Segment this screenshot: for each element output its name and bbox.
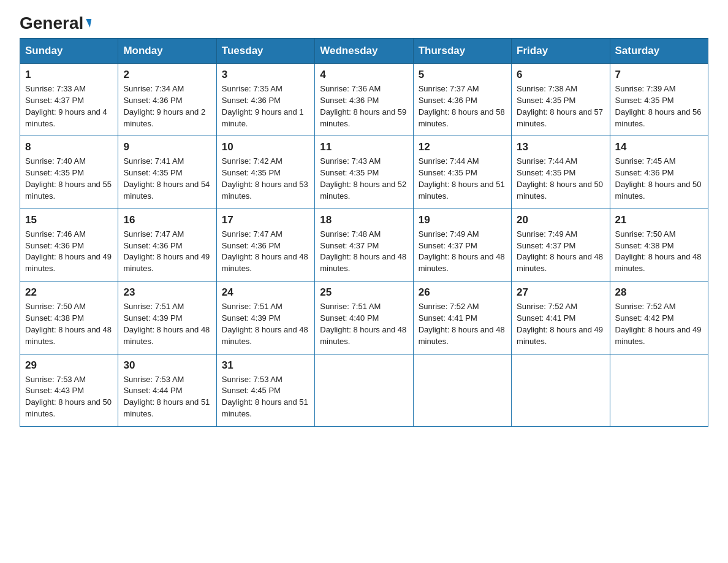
day-number: 30 bbox=[123, 359, 211, 372]
cell-info: Sunrise: 7:47 AMSunset: 4:36 PMDaylight:… bbox=[222, 229, 308, 274]
calendar-cell: 29 Sunrise: 7:53 AMSunset: 4:43 PMDaylig… bbox=[20, 354, 118, 426]
day-number: 6 bbox=[517, 69, 604, 81]
cell-info: Sunrise: 7:37 AMSunset: 4:36 PMDaylight:… bbox=[419, 84, 505, 128]
col-header-thursday: Thursday bbox=[413, 39, 511, 64]
calendar-cell: 6 Sunrise: 7:38 AMSunset: 4:35 PMDayligh… bbox=[512, 64, 610, 136]
cell-info: Sunrise: 7:34 AMSunset: 4:36 PMDaylight:… bbox=[123, 84, 205, 128]
day-number: 26 bbox=[419, 286, 506, 299]
calendar-cell: 23 Sunrise: 7:51 AMSunset: 4:39 PMDaylig… bbox=[118, 282, 216, 354]
cell-info: Sunrise: 7:40 AMSunset: 4:35 PMDaylight:… bbox=[25, 156, 112, 201]
calendar-cell: 12 Sunrise: 7:44 AMSunset: 4:35 PMDaylig… bbox=[413, 136, 511, 209]
calendar-cell: 20 Sunrise: 7:49 AMSunset: 4:37 PMDaylig… bbox=[512, 209, 610, 281]
day-number: 5 bbox=[419, 69, 506, 81]
calendar-cell bbox=[512, 354, 610, 426]
day-number: 20 bbox=[517, 214, 604, 226]
day-number: 2 bbox=[123, 69, 211, 81]
day-number: 31 bbox=[222, 359, 309, 372]
day-number: 12 bbox=[419, 141, 506, 153]
cell-info: Sunrise: 7:51 AMSunset: 4:39 PMDaylight:… bbox=[123, 302, 210, 346]
calendar-cell: 5 Sunrise: 7:37 AMSunset: 4:36 PMDayligh… bbox=[413, 64, 511, 136]
col-header-tuesday: Tuesday bbox=[216, 39, 314, 64]
calendar-cell: 13 Sunrise: 7:44 AMSunset: 4:35 PMDaylig… bbox=[512, 136, 610, 209]
calendar-cell: 21 Sunrise: 7:50 AMSunset: 4:38 PMDaylig… bbox=[610, 209, 708, 281]
cell-info: Sunrise: 7:33 AMSunset: 4:37 PMDaylight:… bbox=[25, 84, 107, 128]
calendar-cell: 26 Sunrise: 7:52 AMSunset: 4:41 PMDaylig… bbox=[413, 282, 511, 354]
calendar-header-row: SundayMondayTuesdayWednesdayThursdayFrid… bbox=[20, 39, 708, 64]
day-number: 25 bbox=[320, 286, 408, 299]
day-number: 9 bbox=[123, 141, 211, 153]
calendar-cell: 2 Sunrise: 7:34 AMSunset: 4:36 PMDayligh… bbox=[118, 64, 216, 136]
day-number: 19 bbox=[419, 214, 506, 226]
calendar-cell bbox=[315, 354, 413, 426]
calendar-week-row: 15 Sunrise: 7:46 AMSunset: 4:36 PMDaylig… bbox=[20, 209, 708, 281]
calendar-cell: 4 Sunrise: 7:36 AMSunset: 4:36 PMDayligh… bbox=[315, 64, 413, 136]
calendar-week-row: 1 Sunrise: 7:33 AMSunset: 4:37 PMDayligh… bbox=[20, 64, 708, 136]
calendar-cell: 27 Sunrise: 7:52 AMSunset: 4:41 PMDaylig… bbox=[512, 282, 610, 354]
cell-info: Sunrise: 7:35 AMSunset: 4:36 PMDaylight:… bbox=[222, 84, 304, 128]
day-number: 21 bbox=[615, 214, 703, 226]
calendar-table: SundayMondayTuesdayWednesdayThursdayFrid… bbox=[20, 38, 708, 427]
calendar-cell: 19 Sunrise: 7:49 AMSunset: 4:37 PMDaylig… bbox=[413, 209, 511, 281]
day-number: 28 bbox=[615, 286, 703, 299]
calendar-wrapper: SundayMondayTuesdayWednesdayThursdayFrid… bbox=[0, 38, 728, 446]
cell-info: Sunrise: 7:50 AMSunset: 4:38 PMDaylight:… bbox=[615, 229, 702, 274]
cell-info: Sunrise: 7:39 AMSunset: 4:35 PMDaylight:… bbox=[615, 84, 702, 128]
calendar-cell: 22 Sunrise: 7:50 AMSunset: 4:38 PMDaylig… bbox=[20, 282, 118, 354]
calendar-cell: 30 Sunrise: 7:53 AMSunset: 4:44 PMDaylig… bbox=[118, 354, 216, 426]
day-number: 7 bbox=[615, 69, 703, 81]
day-number: 4 bbox=[320, 69, 408, 81]
cell-info: Sunrise: 7:52 AMSunset: 4:41 PMDaylight:… bbox=[419, 302, 505, 346]
calendar-cell: 14 Sunrise: 7:45 AMSunset: 4:36 PMDaylig… bbox=[610, 136, 708, 209]
cell-info: Sunrise: 7:47 AMSunset: 4:36 PMDaylight:… bbox=[123, 229, 210, 274]
day-number: 8 bbox=[25, 141, 113, 153]
calendar-cell: 25 Sunrise: 7:51 AMSunset: 4:40 PMDaylig… bbox=[315, 282, 413, 354]
calendar-cell: 15 Sunrise: 7:46 AMSunset: 4:36 PMDaylig… bbox=[20, 209, 118, 281]
cell-info: Sunrise: 7:49 AMSunset: 4:37 PMDaylight:… bbox=[517, 229, 603, 274]
calendar-cell: 28 Sunrise: 7:52 AMSunset: 4:42 PMDaylig… bbox=[610, 282, 708, 354]
page-header: General bbox=[0, 0, 728, 38]
day-number: 18 bbox=[320, 214, 408, 226]
day-number: 27 bbox=[517, 286, 604, 299]
calendar-cell: 31 Sunrise: 7:53 AMSunset: 4:45 PMDaylig… bbox=[216, 354, 314, 426]
day-number: 13 bbox=[517, 141, 604, 153]
calendar-cell bbox=[610, 354, 708, 426]
logo-general: General bbox=[20, 15, 91, 32]
cell-info: Sunrise: 7:51 AMSunset: 4:39 PMDaylight:… bbox=[222, 302, 308, 346]
col-header-sunday: Sunday bbox=[20, 39, 118, 64]
cell-info: Sunrise: 7:50 AMSunset: 4:38 PMDaylight:… bbox=[25, 302, 112, 346]
cell-info: Sunrise: 7:53 AMSunset: 4:43 PMDaylight:… bbox=[25, 375, 112, 419]
cell-info: Sunrise: 7:42 AMSunset: 4:35 PMDaylight:… bbox=[222, 156, 308, 201]
cell-info: Sunrise: 7:43 AMSunset: 4:35 PMDaylight:… bbox=[320, 156, 406, 201]
col-header-monday: Monday bbox=[118, 39, 216, 64]
col-header-saturday: Saturday bbox=[610, 39, 708, 64]
col-header-friday: Friday bbox=[512, 39, 610, 64]
calendar-cell: 18 Sunrise: 7:48 AMSunset: 4:37 PMDaylig… bbox=[315, 209, 413, 281]
calendar-cell: 16 Sunrise: 7:47 AMSunset: 4:36 PMDaylig… bbox=[118, 209, 216, 281]
cell-info: Sunrise: 7:45 AMSunset: 4:36 PMDaylight:… bbox=[615, 156, 702, 201]
cell-info: Sunrise: 7:52 AMSunset: 4:42 PMDaylight:… bbox=[615, 302, 702, 346]
cell-info: Sunrise: 7:38 AMSunset: 4:35 PMDaylight:… bbox=[517, 84, 603, 128]
calendar-week-row: 22 Sunrise: 7:50 AMSunset: 4:38 PMDaylig… bbox=[20, 282, 708, 354]
day-number: 16 bbox=[123, 214, 211, 226]
calendar-cell: 17 Sunrise: 7:47 AMSunset: 4:36 PMDaylig… bbox=[216, 209, 314, 281]
cell-info: Sunrise: 7:46 AMSunset: 4:36 PMDaylight:… bbox=[25, 229, 112, 274]
day-number: 11 bbox=[320, 141, 408, 153]
logo: General bbox=[20, 15, 91, 31]
col-header-wednesday: Wednesday bbox=[315, 39, 413, 64]
day-number: 15 bbox=[25, 214, 113, 226]
calendar-cell bbox=[413, 354, 511, 426]
calendar-week-row: 8 Sunrise: 7:40 AMSunset: 4:35 PMDayligh… bbox=[20, 136, 708, 209]
cell-info: Sunrise: 7:49 AMSunset: 4:37 PMDaylight:… bbox=[419, 229, 505, 274]
day-number: 29 bbox=[25, 359, 113, 372]
cell-info: Sunrise: 7:41 AMSunset: 4:35 PMDaylight:… bbox=[123, 156, 210, 201]
calendar-cell: 1 Sunrise: 7:33 AMSunset: 4:37 PMDayligh… bbox=[20, 64, 118, 136]
calendar-cell: 3 Sunrise: 7:35 AMSunset: 4:36 PMDayligh… bbox=[216, 64, 314, 136]
cell-info: Sunrise: 7:53 AMSunset: 4:45 PMDaylight:… bbox=[222, 375, 308, 419]
cell-info: Sunrise: 7:36 AMSunset: 4:36 PMDaylight:… bbox=[320, 84, 406, 128]
day-number: 10 bbox=[222, 141, 309, 153]
cell-info: Sunrise: 7:53 AMSunset: 4:44 PMDaylight:… bbox=[123, 375, 210, 419]
calendar-week-row: 29 Sunrise: 7:53 AMSunset: 4:43 PMDaylig… bbox=[20, 354, 708, 426]
day-number: 17 bbox=[222, 214, 309, 226]
day-number: 22 bbox=[25, 286, 113, 299]
calendar-cell: 11 Sunrise: 7:43 AMSunset: 4:35 PMDaylig… bbox=[315, 136, 413, 209]
